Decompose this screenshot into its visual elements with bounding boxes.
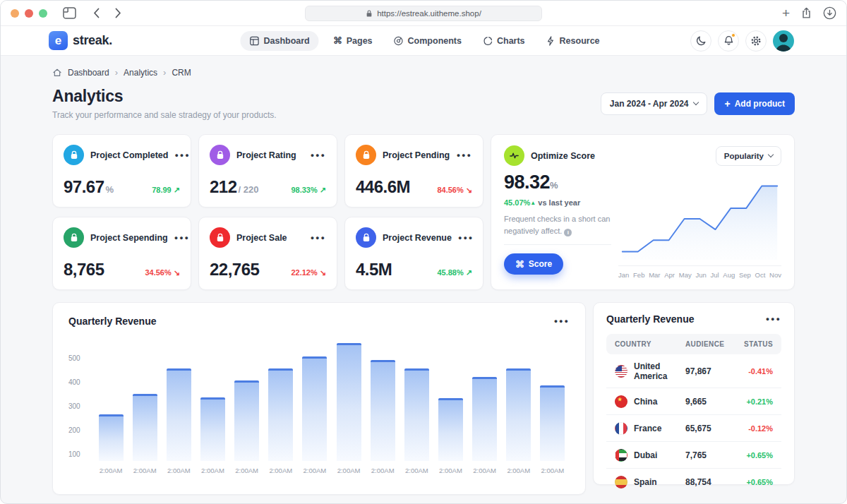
month-label: Aug xyxy=(723,271,735,279)
add-product-button[interactable]: + Add product xyxy=(714,92,795,115)
stat-card: Project Revenue ●●● 4.5M 45.88% ↗ xyxy=(344,217,483,290)
more-menu-icon[interactable]: ●●● xyxy=(458,234,474,241)
sidebar-toggle-icon[interactable] xyxy=(63,7,76,19)
bar-slot xyxy=(128,394,162,461)
stat-value: 97.67 xyxy=(64,177,104,197)
nav-item-label: Components xyxy=(408,36,462,46)
chevron-down-icon xyxy=(693,100,699,105)
dashboard-grid-icon xyxy=(249,36,259,46)
nav-item-charts[interactable]: Charts xyxy=(476,31,532,51)
stat-title: Project Pending xyxy=(383,150,450,160)
logo-text: streak. xyxy=(73,33,112,48)
forward-icon[interactable] xyxy=(115,8,121,18)
new-tab-icon[interactable]: + xyxy=(782,6,790,20)
x-axis-label: 2:00AM xyxy=(94,467,128,474)
dark-mode-button[interactable] xyxy=(690,30,711,52)
nav-item-components[interactable]: Components xyxy=(387,31,469,51)
popularity-value: Popularity xyxy=(724,152,764,160)
bar xyxy=(540,385,565,461)
quarterly-revenue-chart-card: Quarterly Revenue ●●● 100200300400500 2:… xyxy=(52,302,586,495)
stat-change: 22.12% ↘ xyxy=(291,268,326,277)
more-menu-icon[interactable]: ●●● xyxy=(554,318,570,325)
address-bar[interactable]: https://estreak.uitheme.shop/ xyxy=(305,6,542,21)
add-product-label: Add product xyxy=(735,99,785,109)
breadcrumb: Dashboard›Analytics›CRM xyxy=(52,67,795,78)
zoom-window-button[interactable] xyxy=(39,9,47,18)
bar-slot xyxy=(94,414,128,461)
info-icon[interactable]: i xyxy=(564,229,572,236)
nav-item-pages[interactable]: ⌘Pages xyxy=(326,31,380,51)
date-range-value: Jan 2024 - Apr 2024 xyxy=(610,99,689,109)
bar xyxy=(167,368,191,461)
status-value: +0.65% xyxy=(736,451,773,460)
lock-icon xyxy=(366,9,373,18)
bar xyxy=(234,380,259,461)
more-menu-icon[interactable]: ●●● xyxy=(311,152,326,159)
stat-change: 78.99 ↗ xyxy=(152,186,180,195)
nav-item-label: Dashboard xyxy=(263,36,309,46)
user-avatar[interactable] xyxy=(773,30,794,52)
notifications-button[interactable] xyxy=(718,30,739,52)
stat-card: Project Rating ●●● 212 / 220 98.33% ↗ xyxy=(198,134,337,208)
bar xyxy=(337,343,361,461)
window-controls xyxy=(11,9,47,18)
x-axis-label: 2:00AM xyxy=(502,467,536,474)
more-menu-icon[interactable]: ●●● xyxy=(311,234,326,241)
optimize-title: Optimize Score xyxy=(531,151,595,161)
bar-slot xyxy=(400,368,433,461)
popularity-select[interactable]: Popularity xyxy=(716,146,781,166)
back-icon[interactable] xyxy=(93,8,100,18)
minimize-window-button[interactable] xyxy=(25,9,33,18)
stat-title: Project Sale xyxy=(236,233,287,243)
lightning-icon xyxy=(546,36,555,46)
more-menu-icon[interactable]: ●●● xyxy=(174,234,190,241)
browser-window: https://estreak.uitheme.shop/ + e streak… xyxy=(0,0,847,504)
more-menu-icon[interactable]: ●●● xyxy=(174,152,190,159)
table-row: Spain 88,754 +0.65% xyxy=(606,469,781,495)
close-window-button[interactable] xyxy=(11,9,19,18)
y-axis-tick: 100 xyxy=(68,450,88,457)
share-icon[interactable] xyxy=(801,7,812,19)
date-range-select[interactable]: Jan 2024 - Apr 2024 xyxy=(601,92,708,115)
bar xyxy=(438,398,463,461)
home-icon[interactable] xyxy=(52,68,62,78)
line-chart-svg xyxy=(618,174,781,264)
stat-title: Project Completed xyxy=(90,150,168,160)
stat-card: Project Pending ●●● 446.6M 84.56% ↘ xyxy=(344,134,483,208)
logo-icon: e xyxy=(49,31,68,50)
month-label: Jul xyxy=(710,271,719,279)
score-button[interactable]: ⌘ Score xyxy=(504,253,563,275)
bar-chart-title: Quarterly Revenue xyxy=(68,316,157,327)
column-header-status: STATUS xyxy=(736,340,773,348)
table-row: France 65,675 -0.12% xyxy=(606,415,781,442)
table-row: China 9,665 +0.21% xyxy=(606,388,781,415)
stat-value-suffix: / 220 xyxy=(239,184,259,195)
stat-value: 4.5M xyxy=(356,260,392,280)
stat-change: 84.56% ↘ xyxy=(437,186,472,195)
spain-flag-icon xyxy=(615,476,627,488)
more-menu-icon[interactable]: ●●● xyxy=(766,316,781,323)
bar-chart: 100200300400500 xyxy=(94,341,570,461)
bar-slot xyxy=(536,385,570,461)
nav-item-resource[interactable]: Resource xyxy=(539,31,607,51)
bar xyxy=(472,377,497,461)
nav-item-dashboard[interactable]: Dashboard xyxy=(240,31,318,51)
breadcrumb-item-dashboard[interactable]: Dashboard xyxy=(68,68,109,78)
downloads-icon[interactable] xyxy=(823,6,836,20)
bar-slot xyxy=(196,397,229,461)
quarterly-revenue-table-card: Quarterly Revenue ●●● COUNTRYAUDIENCESTA… xyxy=(593,302,795,485)
settings-button[interactable] xyxy=(745,30,767,52)
table-header: COUNTRYAUDIENCESTATUS xyxy=(606,334,781,354)
stat-card: Project Completed ●●● 97.67 % 78.99 ↗ xyxy=(52,134,191,208)
bar-chart-x-axis: 2:00AM2:00AM2:00AM2:00AM2:00AM2:00AM2:00… xyxy=(94,467,570,474)
logo[interactable]: e streak. xyxy=(49,31,112,50)
stat-value: 8,765 xyxy=(64,260,104,280)
bar-slot xyxy=(502,368,536,461)
more-menu-icon[interactable]: ●●● xyxy=(457,152,472,159)
x-axis-label: 2:00AM xyxy=(230,467,264,474)
breadcrumb-item-analytics[interactable]: Analytics xyxy=(124,68,157,78)
optimize-line-chart: JanFebMarAprMayJunJulAugSepOctNov xyxy=(618,172,781,279)
y-axis-tick: 300 xyxy=(68,402,88,409)
status-value: +0.21% xyxy=(736,397,773,406)
stat-card: Project Sale ●●● 22,765 22.12% ↘ xyxy=(198,217,337,290)
